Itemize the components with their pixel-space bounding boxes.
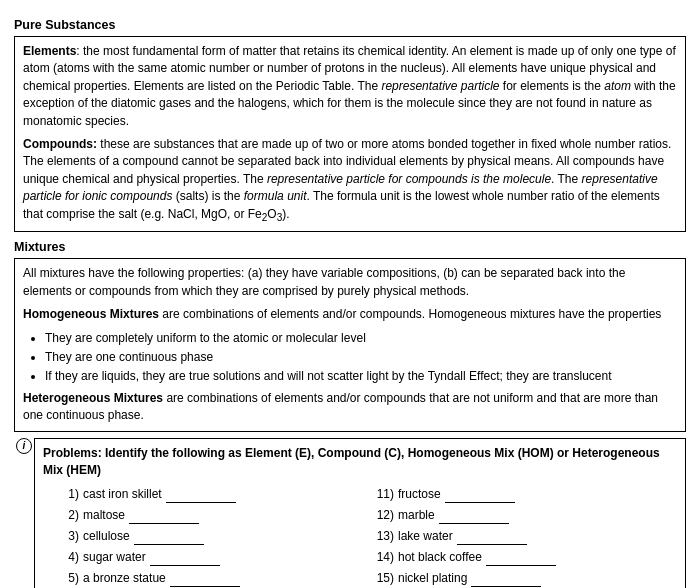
elements-paragraph: Elements: the most fundamental form of m… xyxy=(23,43,677,130)
bullet-item-2: They are one continuous phase xyxy=(45,349,677,366)
problem-item-3: 3) cellulose xyxy=(57,527,362,545)
problem-text-2: maltose xyxy=(83,506,362,524)
problem-item-4: 4) sugar water xyxy=(57,548,362,566)
answer-line-5[interactable] xyxy=(170,586,240,587)
problem-text-4: sugar water xyxy=(83,548,362,566)
answer-line-1[interactable] xyxy=(166,502,236,503)
problems-label: Problems xyxy=(43,446,98,460)
mixtures-title: Mixtures xyxy=(14,240,686,254)
problem-num-11: 11) xyxy=(372,485,394,503)
pure-substances-section: Pure Substances Elements: the most funda… xyxy=(14,18,686,232)
answer-line-4[interactable] xyxy=(150,565,220,566)
problems-title: Problems: Identify the following as Elem… xyxy=(43,445,677,480)
problem-item-11: 11) fructose xyxy=(372,485,677,503)
compounds-paragraph: Compounds: these are substances that are… xyxy=(23,136,677,225)
problem-item-2: 2) maltose xyxy=(57,506,362,524)
problem-item-5: 5) a bronze statue xyxy=(57,569,362,587)
problems-box: Problems: Identify the following as Elem… xyxy=(34,438,686,588)
problem-text-3: cellulose xyxy=(83,527,362,545)
mixtures-section: Mixtures All mixtures have the following… xyxy=(14,240,686,431)
answer-line-14[interactable] xyxy=(486,565,556,566)
problem-num-13: 13) xyxy=(372,527,394,545)
problem-item-14: 14) hot black coffee xyxy=(372,548,677,566)
problem-text-15: nickel plating xyxy=(398,569,677,587)
answer-line-3[interactable] xyxy=(134,544,204,545)
problem-num-4: 4) xyxy=(57,548,79,566)
compounds-text1: these are substances that are made up of… xyxy=(23,137,671,221)
answer-line-12[interactable] xyxy=(439,523,509,524)
elements-text1: : the most fundamental form of matter th… xyxy=(23,44,676,128)
mixtures-box: All mixtures have the following properti… xyxy=(14,258,686,431)
homogeneous-paragraph: Homogeneous Mixtures are combinations of… xyxy=(23,306,677,323)
answer-line-11[interactable] xyxy=(445,502,515,503)
problem-num-1: 1) xyxy=(57,485,79,503)
homogeneous-text: are combinations of elements and/or comp… xyxy=(159,307,661,321)
problem-item-1: 1) cast iron skillet xyxy=(57,485,362,503)
bullet-list: They are completely uniform to the atomi… xyxy=(23,330,677,386)
bullet-item-1: They are completely uniform to the atomi… xyxy=(45,330,677,347)
pure-substances-title: Pure Substances xyxy=(14,18,686,32)
bullet-item-3: If they are liquids, they are true solut… xyxy=(45,368,677,385)
problem-num-3: 3) xyxy=(57,527,79,545)
problem-item-13: 13) lake water xyxy=(372,527,677,545)
problem-num-2: 2) xyxy=(57,506,79,524)
problem-text-1: cast iron skillet xyxy=(83,485,362,503)
problem-num-12: 12) xyxy=(372,506,394,524)
problems-wrapper: i Problems: Identify the following as El… xyxy=(14,438,686,588)
heterogeneous-label: Heterogeneous Mixtures xyxy=(23,391,163,405)
pure-substances-box: Elements: the most fundamental form of m… xyxy=(14,36,686,232)
answer-line-13[interactable] xyxy=(457,544,527,545)
problem-text-13: lake water xyxy=(398,527,677,545)
compounds-label: Compounds: xyxy=(23,137,97,151)
problem-item-12: 12) marble xyxy=(372,506,677,524)
circle-marker: i xyxy=(16,438,32,454)
mixtures-intro: All mixtures have the following properti… xyxy=(23,265,677,300)
homogeneous-label: Homogeneous Mixtures xyxy=(23,307,159,321)
problem-text-12: marble xyxy=(398,506,677,524)
problem-num-14: 14) xyxy=(372,548,394,566)
problems-instruction: : Identify the following as Element (E),… xyxy=(43,446,660,477)
problem-text-14: hot black coffee xyxy=(398,548,677,566)
elements-label: Elements xyxy=(23,44,76,58)
problem-text-5: a bronze statue xyxy=(83,569,362,587)
problem-text-11: fructose xyxy=(398,485,677,503)
problems-col-right: 11) fructose 12) marble 13) lake water 1… xyxy=(372,485,677,588)
heterogeneous-paragraph: Heterogeneous Mixtures are combinations … xyxy=(23,390,677,425)
problems-grid: 1) cast iron skillet 2) maltose 3) cellu… xyxy=(43,485,677,588)
problems-col-left: 1) cast iron skillet 2) maltose 3) cellu… xyxy=(57,485,362,588)
problem-num-5: 5) xyxy=(57,569,79,587)
problem-item-15: 15) nickel plating xyxy=(372,569,677,587)
problem-num-15: 15) xyxy=(372,569,394,587)
answer-line-15[interactable] xyxy=(471,586,541,587)
answer-line-2[interactable] xyxy=(129,523,199,524)
